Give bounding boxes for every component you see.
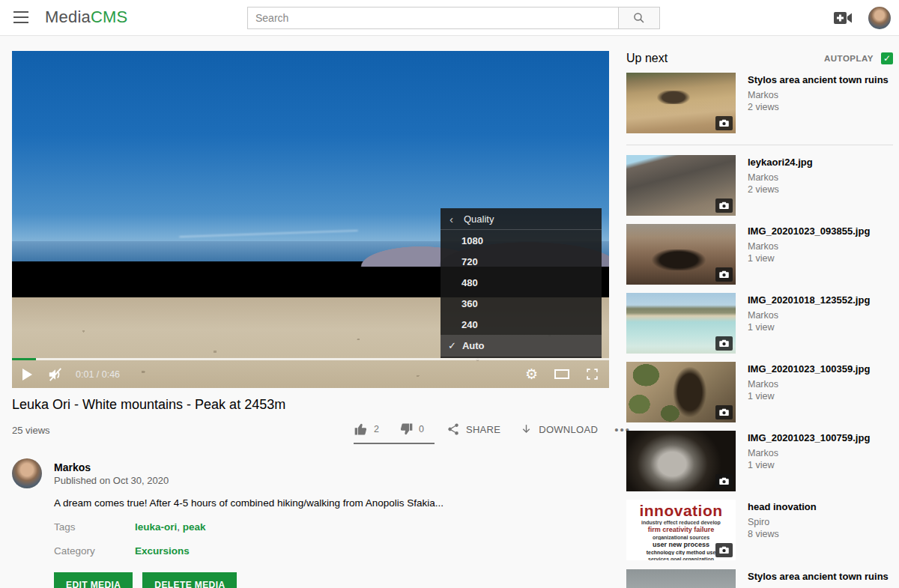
user-avatar[interactable]	[868, 7, 891, 29]
theater-mode-icon	[554, 369, 569, 379]
list-item-author: Spiro	[748, 517, 817, 527]
top-bar: MediaCMS	[0, 0, 899, 36]
search-input[interactable]	[247, 7, 619, 29]
thumbnail[interactable]	[626, 224, 736, 285]
list-item-author: Markos	[748, 241, 870, 252]
list-item-title[interactable]: IMG_20201018_123552.jpg	[748, 294, 870, 306]
camera-icon	[719, 119, 729, 127]
list-item-views: 2 views	[748, 102, 889, 112]
quality-option-1080[interactable]: 1080	[441, 230, 602, 251]
share-icon	[447, 422, 460, 436]
check-icon: ✓	[448, 340, 456, 351]
list-item-title[interactable]: Stylos area ancient town ruins	[748, 73, 889, 86]
quality-option-480[interactable]: 480	[441, 272, 602, 293]
thumbs-down-icon	[399, 422, 414, 437]
camera-icon	[719, 408, 729, 416]
thumbnail[interactable]	[626, 293, 736, 354]
dislike-count: 0	[419, 424, 424, 434]
list-item-title[interactable]: leykaori24.jpg	[748, 156, 813, 169]
list-item-title[interactable]: IMG_20201023_100759.jpg	[748, 431, 870, 444]
list-item-views: 1 view	[748, 322, 870, 333]
fullscreen-button[interactable]	[586, 368, 599, 381]
autoplay-label: AUTOPLAY	[824, 54, 874, 63]
check-icon: ✓	[883, 53, 891, 64]
camera-icon	[719, 201, 729, 210]
list-item-title[interactable]: IMG_20201023_100359.jpg	[748, 363, 870, 375]
quality-menu: ‹ Quality 1080 720 480 360 240 ✓ Auto	[441, 208, 602, 358]
tag-link-leuka-ori[interactable]: leuka-ori	[135, 521, 177, 533]
play-icon	[22, 369, 32, 381]
like-button[interactable]: 2	[354, 422, 379, 437]
share-button[interactable]: SHARE	[447, 422, 500, 436]
list-item-author: Markos	[748, 310, 870, 321]
page-title: Leuka Ori - White mountains - Peak at 24…	[12, 397, 536, 413]
search-icon	[632, 11, 646, 25]
category-link-excursions[interactable]: Excursions	[135, 545, 190, 557]
list-item-title[interactable]: head inovation	[748, 500, 817, 513]
camera-badge	[715, 405, 733, 419]
list-item-author: Markos	[748, 448, 870, 458]
autoplay-checkbox[interactable]: ✓	[881, 52, 893, 64]
chevron-left-icon: ‹	[450, 213, 453, 225]
camera-badge	[715, 543, 733, 557]
thumbnail[interactable]: innovation industry effect reduced devel…	[626, 500, 736, 560]
list-item-title[interactable]: Stylos area ancient town ruins	[748, 570, 889, 583]
mute-button[interactable]	[47, 367, 64, 382]
download-button[interactable]: DOWNLOAD	[520, 423, 598, 436]
quality-option-360[interactable]: 360	[441, 293, 602, 314]
video-player[interactable]: ‹ Quality 1080 720 480 360 240 ✓ Auto 0:…	[12, 51, 609, 388]
delete-media-button[interactable]: DELETE MEDIA	[142, 572, 237, 588]
list-item: IMG_20201023_100359.jpg Markos 1 view	[626, 362, 893, 422]
list-item-author: Markos	[748, 172, 813, 183]
thumbnail[interactable]	[626, 362, 736, 422]
wordcloud-text: industry effect reduced develop	[630, 520, 732, 525]
settings-button[interactable]: ⚙	[525, 366, 538, 383]
quality-option-240[interactable]: 240	[441, 314, 602, 335]
camera-badge	[715, 336, 733, 351]
list-item: IMG_20201023_093855.jpg Markos 1 view	[626, 224, 893, 285]
logo-media: Media	[45, 7, 91, 26]
like-count: 2	[374, 424, 379, 434]
list-item: innovation industry effect reduced devel…	[626, 500, 893, 560]
tags-list: leuka-ori, peak	[135, 521, 206, 533]
player-controls: 0:01 / 0:46 ⚙	[12, 360, 609, 388]
quality-option-auto[interactable]: ✓ Auto	[441, 335, 602, 357]
camera-badge	[715, 198, 733, 213]
list-item-title[interactable]: IMG_20201023_093855.jpg	[748, 225, 870, 237]
tags-label: Tags	[54, 521, 76, 533]
quality-option-auto-label: Auto	[462, 340, 485, 351]
logo-cms: CMS	[91, 7, 128, 26]
search-button[interactable]	[619, 7, 660, 29]
thumbnail[interactable]	[626, 73, 736, 133]
thumbnail[interactable]	[626, 569, 736, 588]
camera-icon	[719, 546, 729, 554]
quality-menu-back[interactable]: ‹ Quality	[441, 208, 602, 230]
category-label: Category	[54, 545, 95, 557]
view-count: 25 views	[12, 425, 50, 436]
upload-media-icon[interactable]	[833, 10, 853, 25]
thumbnail[interactable]	[626, 155, 736, 216]
tag-link-peak[interactable]: peak	[183, 521, 206, 533]
dislike-button[interactable]: 0	[399, 422, 424, 437]
list-item: IMG_20201018_123552.jpg Markos 1 view	[626, 293, 893, 354]
thumbnail[interactable]	[626, 431, 736, 491]
quality-option-720[interactable]: 720	[441, 251, 602, 272]
camera-icon	[719, 339, 729, 348]
edit-media-button[interactable]: EDIT MEDIA	[54, 572, 133, 588]
list-item-author: Markos	[748, 90, 889, 100]
action-bar: 2 0 SHARE DOWNLOAD •••	[354, 418, 609, 440]
author-avatar[interactable]	[12, 458, 42, 488]
app-logo[interactable]: MediaCMS	[45, 7, 127, 27]
share-label: SHARE	[466, 424, 500, 435]
theater-mode-button[interactable]	[538, 369, 569, 379]
list-item-views: 1 view	[748, 253, 870, 264]
fullscreen-icon	[586, 368, 599, 381]
play-button[interactable]	[22, 369, 32, 381]
list-item: leykaori24.jpg Markos 2 views	[626, 155, 893, 216]
quality-menu-title: Quality	[464, 213, 494, 225]
menu-icon[interactable]	[13, 11, 28, 23]
sidebar-divider	[626, 145, 893, 145]
autoplay-control: AUTOPLAY ✓	[791, 52, 893, 64]
list-item-author: Markos	[748, 379, 870, 390]
author-name[interactable]: Markos	[54, 461, 91, 473]
